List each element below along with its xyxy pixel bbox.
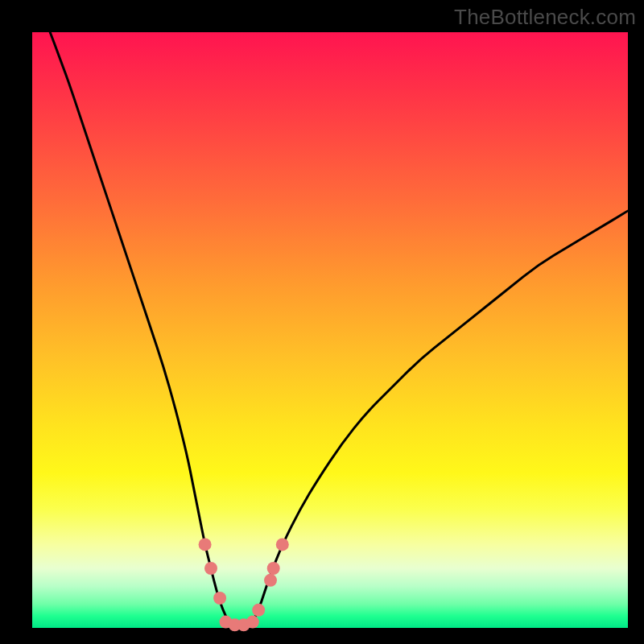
curve-marker	[276, 538, 289, 551]
curve-marker	[204, 562, 217, 575]
bottleneck-curve	[50, 32, 628, 628]
curve-group	[50, 32, 628, 628]
curve-marker	[264, 574, 277, 587]
chart-frame: TheBottleneck.com	[0, 0, 644, 644]
curve-marker	[267, 562, 280, 575]
curve-svg	[32, 32, 628, 628]
marker-group	[199, 538, 289, 631]
curve-marker	[199, 538, 212, 551]
curve-marker	[213, 592, 226, 605]
curve-marker	[246, 616, 259, 629]
watermark-text: TheBottleneck.com	[454, 5, 636, 30]
gradient-plot-area	[32, 32, 628, 628]
curve-marker	[252, 604, 265, 617]
